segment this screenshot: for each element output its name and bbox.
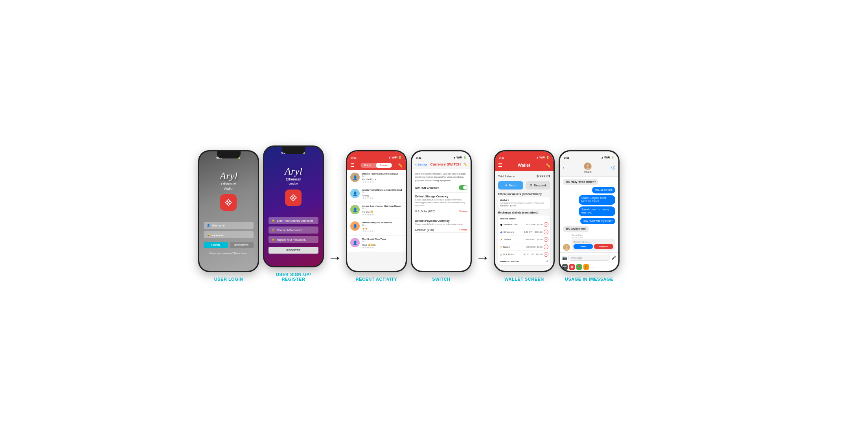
- dennis-name-label: Dennis Paley: [572, 234, 615, 236]
- send-button[interactable]: ✈ Send: [498, 181, 523, 190]
- bnb-amount: 0.00 BNB: [526, 223, 536, 226]
- usd-usd: $90.78: [536, 253, 542, 256]
- activity-time-1: 1d ○: [362, 175, 403, 177]
- activity-time-3: 1d ○: [362, 207, 403, 210]
- signup-password-label: Choose A Password...: [277, 229, 303, 232]
- storage-change-button[interactable]: Change: [459, 210, 467, 212]
- msg-6: $60. Aryl it to me?: [563, 226, 589, 232]
- signal-activity: ▲ WiFi 🔋: [388, 156, 402, 159]
- activity-item-4: 👤 Rachel Kim paid Thomas H 1d ○ 🍺🍺 ★★★★★: [347, 219, 406, 236]
- camera-app-icon[interactable]: 📷: [562, 264, 568, 270]
- imessage-input[interactable]: iMessage: [568, 255, 610, 261]
- ruby-name: Rubius: [504, 238, 525, 241]
- ruby-amount: 0.00 RUBY: [525, 238, 536, 241]
- aryl-app-icon[interactable]: [569, 264, 575, 270]
- activity-item-2: 👤 Alexis Rowshlind paid April Holland 1d…: [347, 186, 406, 202]
- activity-desc-5: Rent 💰🏠🏡: [362, 243, 403, 246]
- switch-background: 9:41 ▲ WiFi 🔋 < Settings Currency SWITCH…: [412, 151, 471, 271]
- login-app-icon: [220, 194, 237, 211]
- activity-background: 9:41 ▲ WiFi 🔋 ☰ Public Private ✏️: [347, 151, 406, 271]
- time-activity: 9:41: [351, 156, 357, 159]
- tab-private[interactable]: Private: [376, 163, 392, 168]
- edit-icon[interactable]: ✏️: [463, 163, 467, 166]
- forgot-password-text[interactable]: Forgot your password? Reset here...: [204, 252, 254, 254]
- imessage-label: USAGE IN iMESSAGE: [565, 277, 613, 282]
- msg-2: Yes. So stoked!: [592, 187, 615, 193]
- bnb-add-button[interactable]: +: [544, 222, 548, 227]
- tab-public[interactable]: Public: [360, 163, 376, 168]
- back-button[interactable]: < Settings: [415, 163, 427, 166]
- send-icon: ✈: [505, 184, 508, 187]
- switch-description: With the SWITCH feature, you can automat…: [415, 172, 467, 182]
- bnb-icon: ◆: [500, 223, 502, 226]
- exchange-wallets-title: Exchange Wallets (centralized):: [498, 211, 550, 214]
- signup-username-input[interactable]: 🔒 Enter Your Desired Username: [268, 217, 318, 224]
- exchange-row-ruby: ✕ Rubius 0.00 RUBY $0.00 +: [500, 236, 548, 243]
- total-balance-label: Total Balance:: [498, 175, 515, 178]
- arrow-1: →: [328, 249, 342, 266]
- activity-screen: 9:41 ▲ WiFi 🔋 ☰ Public Private ✏️: [347, 151, 406, 271]
- exchange-row-usd: $ U.S. Dollar 90.78 USD $90.78 +: [500, 251, 548, 258]
- btc-add-button[interactable]: +: [544, 245, 548, 249]
- bnb-usd: $0.00: [537, 223, 542, 226]
- avatar-2: 👤: [350, 189, 360, 198]
- activity-text-3: James Lee charged Harrison Dwyer 1d ○ Fo…: [362, 205, 403, 216]
- signup-username-label: Enter Your Desired Username: [277, 219, 313, 222]
- time-switch: 9:41: [416, 156, 421, 159]
- hamburger-icon[interactable]: ☰: [350, 162, 355, 168]
- signup-user-icon: 🔒: [272, 219, 275, 222]
- imessage-info-button[interactable]: ⓘ: [611, 165, 615, 171]
- wallet-hamburger-icon[interactable]: ☰: [498, 162, 502, 168]
- username-input[interactable]: 👤 Username: [204, 222, 254, 229]
- more-apps-icon[interactable]: ···: [590, 264, 596, 270]
- msg-1: You ready for the concert?: [563, 179, 598, 185]
- switch-toggle[interactable]: [459, 185, 467, 190]
- usd-amount: 90.78 USD: [524, 253, 534, 256]
- compose-icon[interactable]: ✏️: [398, 163, 403, 167]
- login-app-subtitle: Ethereum Wallet: [221, 182, 236, 191]
- activity-desc-4: 🍺🍺: [362, 227, 403, 230]
- arrow-2: →: [476, 249, 490, 266]
- register-button[interactable]: REGISTER: [230, 242, 254, 248]
- ruby-add-button[interactable]: +: [544, 237, 548, 242]
- bnb-name: Binance Coin: [504, 223, 526, 226]
- payment-change-button[interactable]: Change: [459, 228, 467, 231]
- password-input[interactable]: 🔒 ●●●●●●●: [204, 231, 254, 238]
- storage-title: Default Storage Currency: [415, 195, 467, 198]
- request-button[interactable]: ⊙ Request: [526, 181, 551, 190]
- music-app-icon[interactable]: 🎵: [583, 264, 589, 270]
- eth-add-button[interactable]: +: [544, 230, 548, 234]
- signup-password-input[interactable]: 🔒 Choose A Password...: [268, 226, 318, 234]
- notch-signup: [282, 147, 305, 154]
- activity-text-5: Max S paid Alan Yang 2d ○ Rent 💰🏠🏡 ★★★★★: [362, 238, 403, 249]
- imessage-back-button[interactable]: ‹: [563, 166, 564, 170]
- activity-stars-4: ★★★★★: [362, 230, 403, 233]
- eth-wallet-card: Wallet 1 0x08444A0407C3601e334370H43e9MC…: [498, 197, 550, 209]
- activity-names-2: Alexis Rowshlind paid April Holland: [362, 189, 403, 191]
- switch-content: With the SWITCH feature, you can automat…: [412, 169, 471, 271]
- mic-icon[interactable]: 🎤: [611, 256, 616, 260]
- activity-item-5: 👤 Max S paid Alan Yang 2d ○ Rent 💰🏠🏡 ★★★…: [347, 236, 406, 252]
- login-button[interactable]: LOGIN: [204, 242, 228, 248]
- payment-currency-row: Ethereum (ETH) Change: [415, 227, 467, 233]
- wallet-edit-icon[interactable]: ✏️: [546, 163, 550, 167]
- dennis-subtitle-label: @dennis-paley: [572, 237, 615, 239]
- collapse-icon[interactable]: ∧: [546, 260, 548, 263]
- dennis-request-button[interactable]: Request: [594, 244, 613, 249]
- svg-point-4: [566, 245, 568, 247]
- avatar-5: 👤: [350, 238, 360, 247]
- login-app-title: Aryl: [220, 170, 237, 182]
- dennis-send-button[interactable]: Send: [574, 244, 593, 249]
- signup-repeat-password-input[interactable]: 🔒 Repeat Your Password...: [268, 236, 318, 243]
- imessage-phone-container: 9:41 ▲ WiFi 🔋 ‹: [559, 150, 620, 282]
- imessage-header: ‹ Tina M ⓘ: [560, 159, 618, 177]
- activity-text-1: Dennis Paley paid Emily Morgan 1d ○ For …: [362, 173, 403, 184]
- camera-icon[interactable]: 📷: [562, 256, 567, 260]
- usd-add-button[interactable]: +: [544, 252, 548, 257]
- login-background: 9:41 ▲▲▲ WiFi 🔋 Aryl Ethereum Wallet: [199, 151, 258, 271]
- signup-register-button[interactable]: REGISTER: [268, 247, 318, 254]
- switch-enabled-label: SWITCH Enabled?: [415, 186, 439, 189]
- eth-wallets-title: Ethereum Wallets (decentralized):: [498, 193, 550, 195]
- maps-app-icon[interactable]: 📍: [576, 264, 582, 270]
- activity-names-1: Dennis Paley paid Emily Morgan: [362, 173, 403, 175]
